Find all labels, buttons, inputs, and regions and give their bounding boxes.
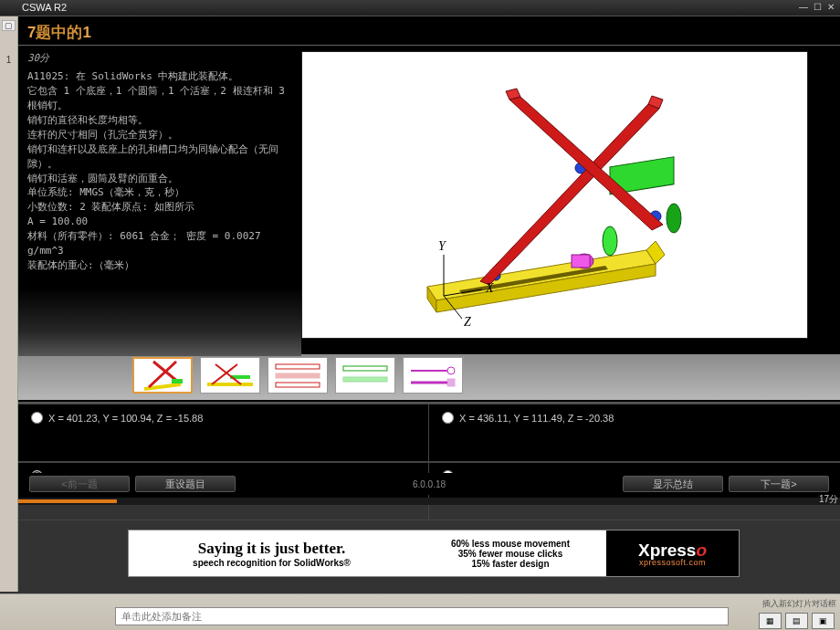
ad-stats: 60% less mouse movement 35% fewer mouse … (415, 530, 606, 576)
view-widgets: ▦ ▤ ▣ (759, 613, 835, 629)
axis-y-label: Y (438, 239, 447, 253)
view-sorter-icon[interactable]: ▤ (785, 613, 808, 629)
maximize-button[interactable]: ☐ (814, 2, 822, 12)
thumbnail-3[interactable] (268, 357, 328, 394)
question-line: A = 100.00 (27, 215, 292, 229)
view-slideshow-icon[interactable]: ▣ (812, 613, 835, 629)
bottom-strip: 插入新幻灯片对话框 ▦ ▤ ▣ (0, 593, 840, 630)
window-controls: — ☐ ✕ (799, 2, 835, 12)
svg-rect-28 (276, 364, 320, 369)
svg-rect-32 (343, 377, 387, 382)
question-score: 30分 (27, 51, 292, 66)
progress-fill (18, 499, 117, 503)
ad-brand: Xpresso xpressosoft.com (606, 530, 739, 576)
rail-tab-icon[interactable]: ▢ (2, 20, 16, 31)
summary-button[interactable]: 显示总结 (623, 476, 723, 492)
slide-rail: ▢ 1 (0, 16, 18, 592)
assembly-model-svg: X Y Z (373, 58, 738, 332)
question-line: A11025: 在 SolidWorks 中构建此装配体。 (27, 69, 292, 84)
ad-url: xpressosoft.com (639, 558, 706, 567)
axis-z-label: Z (464, 315, 471, 329)
question-text-panel: 30分 A11025: 在 SolidWorks 中构建此装配体。 它包含 1 … (18, 46, 301, 356)
version-label: 6.0.0.18 (241, 479, 617, 489)
time-remaining: 17分 (819, 493, 838, 506)
question-line: 小数位数: 2 装配体原点: 如图所示 (27, 200, 292, 215)
svg-rect-36 (447, 379, 455, 386)
ad-headline: Saying it is just better. (198, 540, 345, 558)
title-bar: CSWA R2 — ☐ ✕ (0, 0, 840, 16)
question-line: 单位系统: MMGS（毫米，克，秒） (27, 185, 292, 200)
svg-line-27 (215, 364, 241, 384)
progress-bar: 17分 (18, 498, 840, 505)
svg-rect-23 (172, 379, 183, 383)
answer-radio-a[interactable] (31, 412, 43, 424)
view-normal-icon[interactable]: ▦ (759, 613, 782, 629)
svg-rect-29 (276, 373, 320, 378)
thumbnail-4[interactable] (335, 357, 395, 394)
nav-bar: <前一题 重设题目 6.0.0.18 显示总结 下一题> (18, 473, 840, 495)
app-title: CSWA R2 (22, 2, 67, 13)
thumbnail-1[interactable] (132, 357, 193, 394)
answer-radio-b[interactable] (442, 412, 454, 424)
exam-panel: 7题中的1 30分 A11025: 在 SolidWorks 中构建此装配体。 … (18, 16, 840, 505)
answer-option-b[interactable]: X = 436.11, Y = 111.49, Z = -20.38 (429, 404, 840, 462)
question-line: 销钉的直径和长度均相等。 (27, 113, 292, 128)
svg-rect-9 (572, 255, 590, 268)
question-line: 销钉和活塞，圆筒及臂的面重合。 (27, 172, 292, 186)
thumbnail-2[interactable] (200, 357, 260, 394)
close-button[interactable]: ✕ (827, 2, 835, 12)
question-line: 连杆的尺寸相同（孔完全贯穿）。 (27, 128, 292, 142)
ad-banner[interactable]: Saying it is just better. speech recogni… (128, 530, 740, 577)
svg-line-26 (212, 364, 237, 384)
question-counter: 7题中的1 (18, 16, 840, 46)
bottom-status-text: 插入新幻灯片对话框 (762, 598, 836, 610)
reset-button[interactable]: 重设题目 (135, 476, 236, 492)
notes-input[interactable] (115, 607, 729, 625)
question-line: 装配体的重心:（毫米） (27, 258, 292, 273)
svg-rect-31 (343, 366, 387, 371)
question-line: 销钉和连杆以及底座上的孔和槽口均为同轴心配合（无间隙）。 (27, 142, 292, 172)
svg-rect-30 (276, 383, 320, 387)
svg-point-5 (667, 204, 681, 233)
axis-x-label: X (485, 281, 494, 295)
next-button[interactable]: 下一题> (729, 476, 829, 492)
svg-point-34 (447, 367, 455, 374)
svg-point-7 (603, 226, 617, 256)
question-line: 它包含 1 个底座，1 个圆筒，1 个活塞，2 根连杆和 3 根销钉。 (27, 84, 292, 113)
slide-number: 1 (0, 55, 17, 65)
ad-subline: speech recognition for SolidWorks® (193, 558, 351, 568)
thumbnail-row (18, 354, 840, 400)
question-line: 材料（所有零件）: 6061 合金； 密度 = 0.0027 g/mm^3 (27, 229, 292, 258)
model-viewport[interactable]: X Y Z (301, 51, 808, 339)
thumbnail-5[interactable] (403, 357, 463, 394)
minimize-button[interactable]: — (799, 2, 808, 12)
prev-button[interactable]: <前一题 (29, 476, 130, 492)
ad-left: Saying it is just better. speech recogni… (129, 530, 415, 576)
answer-option-a[interactable]: X = 401.23, Y = 100.94, Z = -15.88 (18, 404, 429, 462)
